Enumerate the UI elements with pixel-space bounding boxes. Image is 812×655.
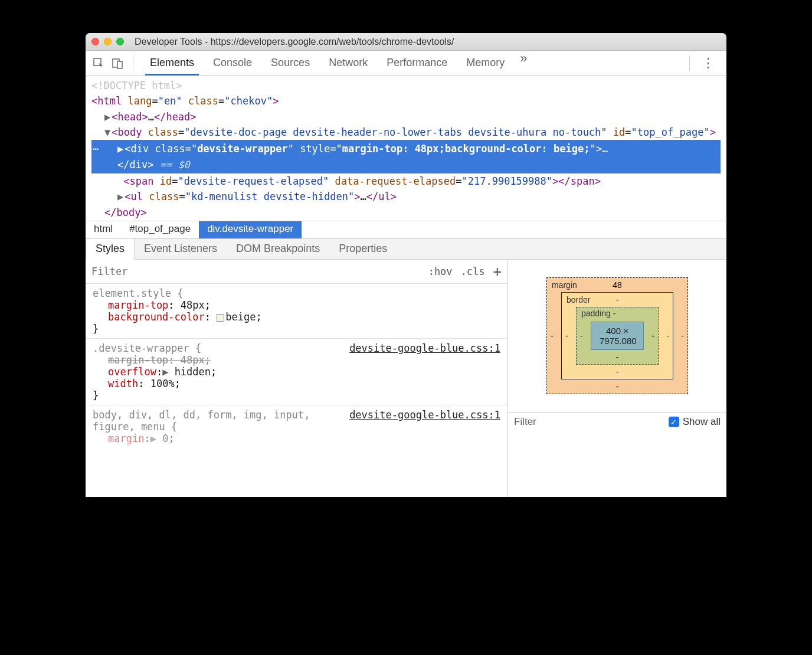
box-model[interactable]: margin 48 - - - border - - - - padding -… <box>508 260 726 412</box>
style-block-reset[interactable]: devsite-google-blue.css:1 body, div, dl,… <box>86 405 508 448</box>
tab-elements[interactable]: Elements <box>140 51 204 75</box>
tab-network[interactable]: Network <box>319 51 377 75</box>
titlebar: Developer Tools - https://developers.goo… <box>86 33 726 51</box>
dom-tree[interactable]: <!DOCTYPE html> <html lang="en" class="c… <box>86 76 726 221</box>
selector-text: element.style { <box>93 287 500 299</box>
css-source-link[interactable]: devsite-google-blue.css:1 <box>349 342 500 354</box>
computed-panel: margin 48 - - - border - - - - padding -… <box>508 260 726 497</box>
dom-span[interactable]: <span id="devsite-request-elapsed" data-… <box>91 173 721 189</box>
tab-console[interactable]: Console <box>204 51 261 75</box>
box-content-size: 400 × 7975.080 <box>591 322 644 350</box>
crumb-html[interactable]: html <box>86 221 121 238</box>
tab-performance[interactable]: Performance <box>377 51 457 75</box>
hov-toggle[interactable]: :hov <box>428 266 453 277</box>
css-source-link[interactable]: devsite-google-blue.css:1 <box>349 409 500 421</box>
styles-panel: :hov .cls + element.style { margin-top: … <box>86 260 508 497</box>
dom-selected-node[interactable]: ⋯ ▶<div class="devsite-wrapper" style="m… <box>91 140 721 173</box>
minimize-icon[interactable] <box>104 38 112 45</box>
inspect-icon[interactable] <box>90 55 107 71</box>
traffic-lights <box>91 38 124 45</box>
window-title: Developer Tools - https://developers.goo… <box>135 37 454 47</box>
tab-memory[interactable]: Memory <box>457 51 514 75</box>
svg-rect-2 <box>117 61 122 68</box>
main-toolbar: Elements Console Sources Network Perform… <box>86 51 726 76</box>
tabs-overflow-icon[interactable]: » <box>514 51 533 75</box>
crumb-body[interactable]: #top_of_page <box>121 221 199 238</box>
styles-subtabs: Styles Event Listeners DOM Breakpoints P… <box>86 238 726 260</box>
dom-body[interactable]: ▼<body class="devsite-doc-page devsite-h… <box>91 125 721 140</box>
panel-tabs: Elements Console Sources Network Perform… <box>140 51 533 75</box>
subtab-dom-bp[interactable]: DOM Breakpoints <box>227 239 329 259</box>
close-icon[interactable] <box>91 38 99 45</box>
tab-sources[interactable]: Sources <box>261 51 319 75</box>
device-icon[interactable] <box>109 55 126 71</box>
checkbox-icon[interactable]: ✓ <box>669 417 679 427</box>
show-all-toggle[interactable]: ✓ Show all <box>669 416 721 428</box>
dom-doctype[interactable]: <!DOCTYPE html> <box>91 78 721 93</box>
dom-ul[interactable]: ▶<ul class="kd-menulist devsite-hidden">… <box>91 189 721 204</box>
breadcrumbs: html #top_of_page div.devsite-wrapper <box>86 221 726 238</box>
cls-toggle[interactable]: .cls <box>461 266 485 277</box>
color-swatch-icon[interactable] <box>217 314 224 322</box>
crumb-selected[interactable]: div.devsite-wrapper <box>199 221 302 238</box>
styles-filter-input[interactable] <box>91 266 209 277</box>
style-block-element[interactable]: element.style { margin-top: 48px; backgr… <box>86 284 508 339</box>
new-rule-button[interactable]: + <box>493 263 502 280</box>
dom-body-close[interactable]: </body> <box>91 205 721 220</box>
subtab-styles[interactable]: Styles <box>86 238 135 260</box>
dom-html[interactable]: <html lang="en" class="chekov"> <box>91 93 721 109</box>
subtab-listeners[interactable]: Event Listeners <box>135 239 227 259</box>
maximize-icon[interactable] <box>116 38 124 45</box>
computed-filter-label[interactable]: Filter <box>514 416 536 428</box>
subtab-properties[interactable]: Properties <box>329 239 397 259</box>
style-block-wrapper[interactable]: devsite-google-blue.css:1 .devsite-wrapp… <box>86 339 508 405</box>
devtools-window: Developer Tools - https://developers.goo… <box>86 33 726 497</box>
dom-head[interactable]: ▶<head>…</head> <box>91 109 721 125</box>
settings-menu-icon[interactable]: ⋮ <box>695 55 722 71</box>
